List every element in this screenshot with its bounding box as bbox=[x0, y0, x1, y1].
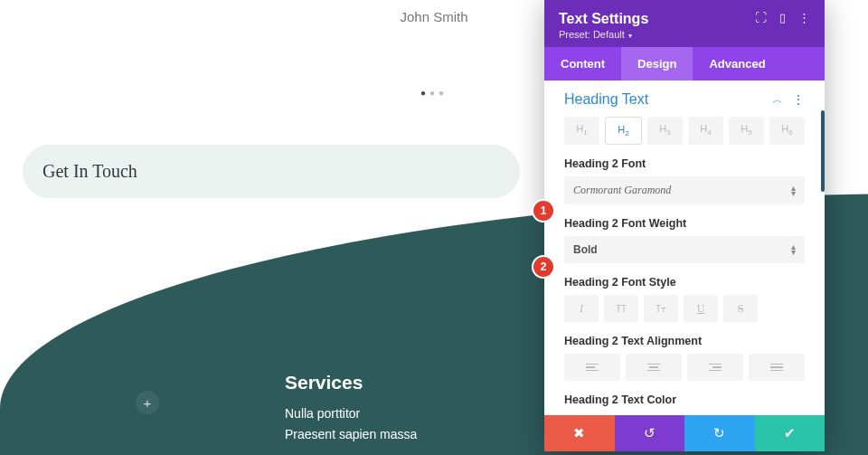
weight-select[interactable]: Bold bbox=[564, 236, 805, 263]
underline-button[interactable]: U bbox=[684, 295, 718, 322]
heading-tab-h6[interactable]: H6 bbox=[769, 117, 805, 145]
preset-dropdown[interactable]: Preset: Default bbox=[559, 29, 648, 40]
responsive-icon[interactable]: ▯ bbox=[779, 11, 786, 24]
strikethrough-button[interactable]: S bbox=[723, 295, 758, 322]
add-module-button[interactable]: + bbox=[136, 391, 159, 414]
italic-button[interactable]: I bbox=[564, 295, 599, 322]
style-label: Heading 2 Font Style bbox=[564, 276, 805, 289]
undo-button[interactable]: ↺ bbox=[615, 415, 685, 451]
footer-services: Services Nulla porttitor Praesent sapien… bbox=[285, 372, 417, 448]
expand-icon[interactable]: ⛶ bbox=[755, 11, 767, 24]
get-in-touch-module[interactable]: Get In Touch bbox=[23, 145, 520, 198]
smallcaps-button[interactable]: Tᴛ bbox=[644, 295, 678, 322]
heading-tab-h5[interactable]: H5 bbox=[729, 117, 764, 145]
settings-tabs: Content Design Advanced bbox=[544, 47, 825, 81]
redo-button[interactable]: ↻ bbox=[684, 415, 755, 451]
section-menu-icon[interactable]: ⋮ bbox=[792, 97, 805, 102]
service-item[interactable]: Praesent sapien massa bbox=[285, 427, 417, 441]
service-item[interactable]: Nulla porttitor bbox=[285, 406, 417, 421]
align-left-button[interactable] bbox=[564, 354, 620, 381]
align-right-button[interactable] bbox=[687, 354, 743, 381]
get-in-touch-heading: Get In Touch bbox=[42, 161, 500, 182]
panel-footer: ✖ ↺ ↻ ✔ bbox=[544, 415, 825, 451]
scrollbar-thumb[interactable] bbox=[821, 110, 825, 192]
menu-icon[interactable]: ⋮ bbox=[798, 11, 810, 24]
align-center-button[interactable] bbox=[626, 354, 682, 381]
font-select[interactable]: Cormorant Garamond bbox=[564, 176, 805, 204]
heading-level-tabs: H1 H2 H3 H4 H5 H6 bbox=[544, 117, 825, 157]
caret-icon bbox=[791, 244, 796, 255]
align-justify-button[interactable] bbox=[749, 354, 805, 381]
heading-tab-h1[interactable]: H1 bbox=[564, 117, 599, 145]
cancel-button[interactable]: ✖ bbox=[544, 415, 615, 451]
caret-icon bbox=[791, 185, 796, 196]
font-label: Heading 2 Font bbox=[564, 157, 805, 170]
uppercase-button[interactable]: TT bbox=[604, 295, 638, 322]
panel-header[interactable]: Text Settings Preset: Default ⛶ ▯ ⋮ bbox=[544, 0, 825, 47]
annotation-badge-1: 1 bbox=[533, 201, 553, 221]
alignment-label: Heading 2 Text Alignment bbox=[564, 335, 805, 347]
annotation-badge-2: 2 bbox=[533, 257, 553, 277]
section-heading-text[interactable]: Heading Text bbox=[564, 91, 648, 108]
save-button[interactable]: ✔ bbox=[755, 415, 826, 451]
settings-panel: Text Settings Preset: Default ⛶ ▯ ⋮ Cont… bbox=[544, 0, 825, 451]
heading-tab-h4[interactable]: H4 bbox=[688, 117, 723, 145]
heading-tab-h3[interactable]: H3 bbox=[647, 117, 683, 145]
panel-title: Text Settings bbox=[559, 11, 648, 27]
color-label: Heading 2 Text Color bbox=[544, 393, 825, 406]
tab-design[interactable]: Design bbox=[621, 47, 693, 81]
panel-body: Heading Text ︿ ⋮ H1 H2 H3 H4 H5 H6 Headi… bbox=[544, 81, 825, 415]
heading-tab-h2[interactable]: H2 bbox=[605, 117, 642, 145]
tab-content[interactable]: Content bbox=[544, 47, 621, 81]
weight-label: Heading 2 Font Weight bbox=[564, 217, 805, 230]
collapse-icon[interactable]: ︿ bbox=[772, 92, 783, 108]
services-title: Services bbox=[285, 372, 417, 393]
tab-advanced[interactable]: Advanced bbox=[693, 47, 781, 81]
